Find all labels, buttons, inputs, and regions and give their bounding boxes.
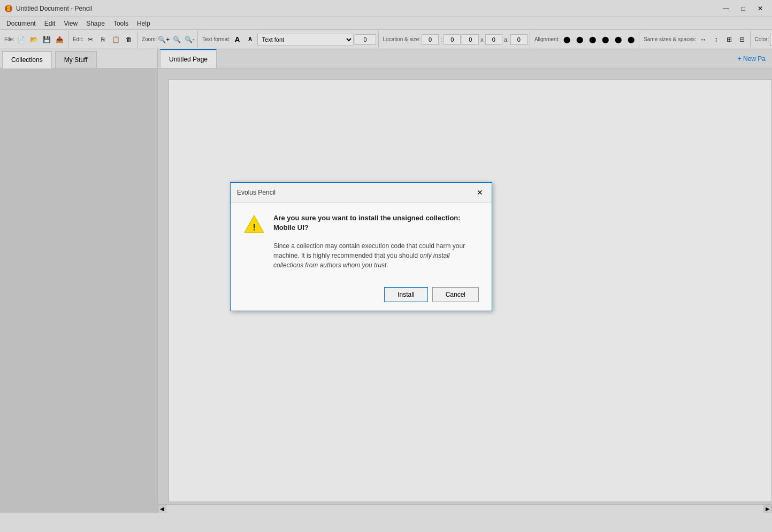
dialog-close-button[interactable]: ✕ <box>475 187 485 198</box>
dialog-body: ! Are you sure you want to install the u… <box>231 203 492 281</box>
warning-icon: ! <box>243 213 265 235</box>
cancel-button[interactable]: Cancel <box>432 287 479 302</box>
svg-text:!: ! <box>253 222 256 233</box>
dialog-titlebar: Evolus Pencil ✕ <box>231 183 492 203</box>
dialog-buttons: Install Cancel <box>231 281 492 311</box>
dialog-text-area: Are you sure you want to install the uns… <box>273 213 479 270</box>
install-button[interactable]: Install <box>384 287 427 302</box>
dialog-main-text: Are you sure you want to install the uns… <box>273 213 479 233</box>
dialog-title: Evolus Pencil <box>237 189 276 196</box>
dialog-message-area: ! Are you sure you want to install the u… <box>243 213 479 270</box>
dialog-overlay: Evolus Pencil ✕ ! Are you sure you want … <box>0 0 772 532</box>
dialog-sub-text: Since a collection may contain execution… <box>273 241 479 270</box>
install-dialog: Evolus Pencil ✕ ! Are you sure you want … <box>230 182 492 311</box>
